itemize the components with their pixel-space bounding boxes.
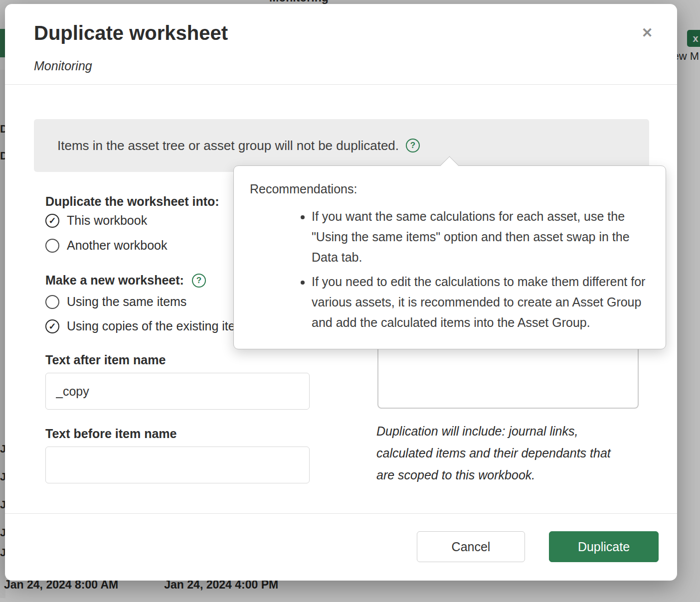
banner-help-icon[interactable]: ?	[406, 139, 420, 152]
text-before-label: Text before item name	[45, 427, 177, 441]
tooltip-title: Recommendations:	[250, 179, 651, 199]
duplicate-button[interactable]: Duplicate	[549, 531, 659, 562]
footer-divider	[5, 513, 677, 514]
text-after-label: Text after item name	[45, 353, 166, 367]
recommendations-tooltip: Recommendations: If you want the same ca…	[233, 165, 666, 349]
modal-subtitle: Monitoring	[34, 59, 92, 73]
radio-checked-icon	[45, 319, 59, 333]
cancel-button[interactable]: Cancel	[417, 531, 525, 562]
info-banner: Items in the asset tree or asset group w…	[34, 119, 649, 172]
radio-checked-icon	[45, 214, 59, 228]
close-icon[interactable]: ✕	[636, 22, 658, 44]
radio-label: Another workbook	[67, 238, 168, 253]
destination-label: Duplicate the worksheet into:	[45, 194, 219, 209]
radio-same-items[interactable]: Using the same items	[45, 295, 186, 309]
new-worksheet-label-row: Make a new worksheet: ?	[45, 273, 206, 288]
tooltip-bullet: If you need to edit the calculations to …	[312, 272, 651, 333]
radio-label: Using copies of the existing items	[67, 319, 252, 333]
info-banner-text: Items in the asset tree or asset group w…	[57, 138, 399, 153]
radio-label: This workbook	[67, 213, 147, 228]
worksheet-help-icon[interactable]: ?	[192, 274, 206, 288]
header-divider	[5, 84, 677, 85]
text-after-input[interactable]	[45, 373, 310, 410]
duplication-note: Duplication will include: journal links,…	[376, 420, 626, 486]
new-worksheet-label: Make a new worksheet:	[45, 273, 184, 288]
radio-label: Using the same items	[67, 295, 186, 309]
radio-this-workbook[interactable]: This workbook	[45, 213, 147, 228]
radio-copies-of-items[interactable]: Using copies of the existing items	[45, 319, 252, 333]
text-before-input[interactable]	[45, 447, 310, 483]
modal-title: Duplicate worksheet	[34, 22, 228, 44]
duplicate-worksheet-modal: Duplicate worksheet Monitoring ✕ Items i…	[5, 4, 677, 581]
radio-unchecked-icon	[45, 239, 59, 253]
tooltip-bullet-list: If you want the same calculations for ea…	[250, 206, 651, 333]
tooltip-bullet: If you want the same calculations for ea…	[312, 206, 651, 268]
radio-another-workbook[interactable]: Another workbook	[45, 238, 168, 253]
radio-unchecked-icon	[45, 295, 59, 309]
